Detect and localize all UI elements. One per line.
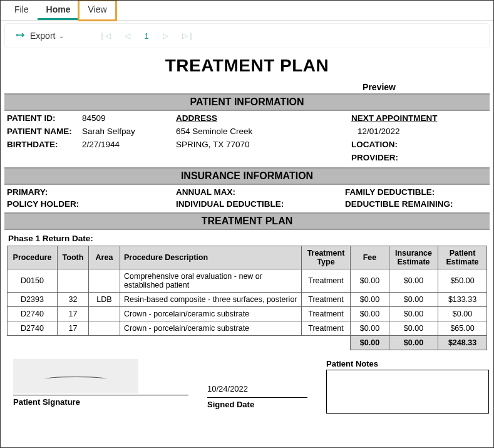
cell-patient: $0.00 xyxy=(438,307,487,321)
col-tooth: Tooth xyxy=(58,246,89,269)
cell-type: Treatment xyxy=(302,307,351,321)
patient-name-label: PATIENT NAME: xyxy=(7,127,82,136)
next-appt-date: 12/01/2022 xyxy=(351,127,487,136)
patient-notes-box[interactable] xyxy=(326,370,489,414)
cell-description: Resin-based composite - three surfaces, … xyxy=(120,293,302,307)
pager-page[interactable]: 1 xyxy=(144,31,148,41)
tab-home[interactable]: Home xyxy=(38,1,80,20)
col-patient: Patient Estimate xyxy=(438,246,487,269)
ribbon-tabs: File Home View xyxy=(1,1,493,21)
preview-label: Preview xyxy=(4,82,490,92)
tab-file[interactable]: File xyxy=(6,1,38,20)
total-patient: $248.33 xyxy=(438,336,487,350)
cell-type: Treatment xyxy=(302,293,351,307)
toolbar: Export ⌄ ❘◁ ◁ 1 ▷ ▷❘ xyxy=(4,23,490,48)
deductible-remaining-label: DEDUCTIBLE REMAINING: xyxy=(345,199,487,209)
birthdate-label: BIRTHDATE: xyxy=(7,140,82,149)
cell-fee: $0.00 xyxy=(351,293,389,307)
signed-date: 10/24/2022 xyxy=(207,359,307,393)
pager-next-icon[interactable]: ▷ xyxy=(163,31,168,40)
pager-last-icon[interactable]: ▷❘ xyxy=(182,31,194,40)
table-row: D274017Crown - porcelain/ceramic substra… xyxy=(8,307,487,321)
col-area: Area xyxy=(89,246,120,269)
individual-deductible-label: INDIVIDUAL DEDUCTIBLE: xyxy=(176,199,345,209)
cell-procedure: D2740 xyxy=(8,307,58,321)
cell-patient: $133.33 xyxy=(438,293,487,307)
patient-info-grid: PATIENT ID: 84509 ADDRESS NEXT APPOINTME… xyxy=(4,111,490,167)
cell-procedure: D0150 xyxy=(8,269,58,293)
cell-procedure: D2393 xyxy=(8,293,58,307)
export-icon xyxy=(16,30,26,42)
next-appt-header: NEXT APPOINTMENT xyxy=(351,113,487,123)
cell-patient: $65.00 xyxy=(438,321,487,336)
table-row: D274017Crown - porcelain/ceramic substra… xyxy=(8,321,487,336)
cell-area xyxy=(89,321,120,336)
pager: ❘◁ ◁ 1 ▷ ▷❘ xyxy=(99,31,193,41)
patient-notes-label: Patient Notes xyxy=(326,359,489,368)
table-row: D0150Comprehensive oral evaluation - new… xyxy=(8,269,487,293)
cell-insurance: $0.00 xyxy=(389,269,438,293)
patient-id-label: PATIENT ID: xyxy=(7,113,82,123)
table-row: D239332LDBResin-based composite - three … xyxy=(8,293,487,307)
signature-row: Patient Signature 10/24/2022 Signed Date… xyxy=(4,350,490,414)
document: TREATMENT PLAN Preview PATIENT INFORMATI… xyxy=(1,48,493,414)
signature-label: Patient Signature xyxy=(13,397,188,407)
total-insurance: $0.00 xyxy=(389,336,438,350)
pager-prev-icon[interactable]: ◁ xyxy=(125,31,130,40)
cell-type: Treatment xyxy=(302,321,351,336)
col-description: Procedure Description xyxy=(120,246,302,269)
location-label: LOCATION: xyxy=(351,140,487,149)
provider-label: PROVIDER: xyxy=(351,153,487,162)
cell-tooth: 17 xyxy=(58,321,89,336)
pager-first-icon[interactable]: ❘◁ xyxy=(99,31,111,40)
policy-holder-label: POLICY HOLDER: xyxy=(7,199,176,209)
primary-label: PRIMARY: xyxy=(7,187,176,197)
cell-fee: $0.00 xyxy=(351,269,389,293)
cell-patient: $50.00 xyxy=(438,269,487,293)
annual-max-label: ANNUAL MAX: xyxy=(176,187,345,197)
cell-procedure: D2740 xyxy=(8,321,58,336)
cell-tooth: 32 xyxy=(58,293,89,307)
cell-area xyxy=(89,307,120,321)
page-title: TREATMENT PLAN xyxy=(4,56,490,76)
patient-name: Sarah Selfpay xyxy=(82,127,176,136)
cell-area xyxy=(89,269,120,293)
cell-description: Comprehensive oral evaluation - new or e… xyxy=(120,269,302,293)
phase-label: Phase 1 Return Date: xyxy=(4,230,490,246)
col-type: Treatment Type xyxy=(302,246,351,269)
col-fee: Fee xyxy=(351,246,389,269)
cell-fee: $0.00 xyxy=(351,307,389,321)
cell-fee: $0.00 xyxy=(351,321,389,336)
cell-tooth: 17 xyxy=(58,307,89,321)
signature-box[interactable] xyxy=(13,359,138,393)
section-insurance-info: INSURANCE INFORMATION xyxy=(4,167,490,185)
col-procedure: Procedure xyxy=(8,246,58,269)
section-patient-info: PATIENT INFORMATION xyxy=(4,93,490,111)
table-total-row: $0.00 $0.00 $248.33 xyxy=(8,336,487,350)
treatment-table: Procedure Tooth Area Procedure Descripti… xyxy=(7,246,487,350)
col-insurance: Insurance Estimate xyxy=(389,246,438,269)
total-fee: $0.00 xyxy=(351,336,389,350)
cell-description: Crown - porcelain/ceramic substrate xyxy=(120,307,302,321)
section-treatment-plan: TREATMENT PLAN xyxy=(4,212,490,230)
cell-insurance: $0.00 xyxy=(389,321,438,336)
family-deductible-label: FAMILY DEDUCTIBLE: xyxy=(345,187,487,197)
cell-insurance: $0.00 xyxy=(389,293,438,307)
signature-scribble xyxy=(44,377,107,382)
cell-description: Crown - porcelain/ceramic substrate xyxy=(120,321,302,336)
cell-tooth xyxy=(58,269,89,293)
export-label: Export xyxy=(30,31,55,41)
export-button[interactable]: Export ⌄ xyxy=(13,28,68,44)
patient-id: 84509 xyxy=(82,113,176,123)
signed-date-label: Signed Date xyxy=(207,400,307,409)
address-line1: 654 Seminole Creek xyxy=(176,127,351,136)
cell-insurance: $0.00 xyxy=(389,307,438,321)
chevron-down-icon: ⌄ xyxy=(59,33,64,39)
cell-area: LDB xyxy=(89,293,120,307)
insurance-grid: PRIMARY: ANNUAL MAX: FAMILY DEDUCTIBLE: … xyxy=(4,185,490,212)
cell-type: Treatment xyxy=(302,269,351,293)
address-line2: SPRING, TX 77070 xyxy=(176,140,351,149)
address-header: ADDRESS xyxy=(176,113,351,123)
tab-view[interactable]: View xyxy=(79,1,115,20)
birthdate: 2/27/1944 xyxy=(82,140,176,149)
